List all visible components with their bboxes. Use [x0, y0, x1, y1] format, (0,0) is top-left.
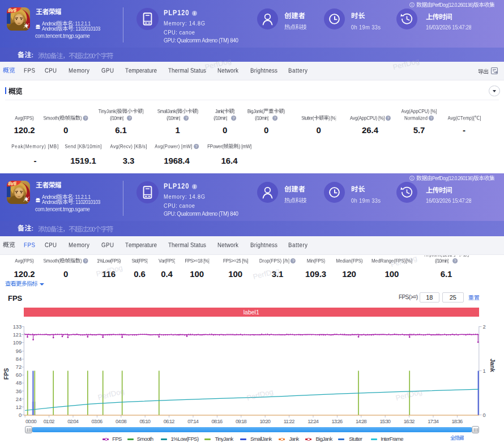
svg-text:09:18: 09:18 [236, 419, 247, 424]
svg-text:02:04: 02:04 [67, 419, 79, 424]
svg-text:01:02: 01:02 [44, 419, 55, 424]
svg-text:08:16: 08:16 [212, 419, 223, 424]
svg-text:Jank: Jank [489, 359, 496, 372]
svg-text:84: 84 [16, 356, 22, 362]
svg-text:0: 0 [483, 412, 486, 418]
svg-text:11:22: 11:22 [284, 419, 295, 424]
svg-text:17:34: 17:34 [428, 419, 439, 424]
svg-text:60: 60 [16, 372, 22, 378]
svg-text:14:28: 14:28 [356, 419, 367, 424]
svg-text:18:36: 18:36 [452, 419, 463, 424]
svg-text:5v5: 5v5 [8, 7, 16, 13]
svg-text:13:26: 13:26 [332, 419, 343, 424]
svg-text:05:10: 05:10 [139, 419, 151, 424]
svg-text:03:06: 03:06 [92, 419, 103, 424]
svg-text:FPS: FPS [3, 368, 10, 380]
svg-text:0: 0 [19, 412, 22, 418]
svg-text:5v5: 5v5 [8, 181, 16, 186]
svg-text:00:00: 00:00 [25, 419, 37, 424]
svg-text:15:30: 15:30 [379, 419, 391, 424]
svg-text:72: 72 [16, 364, 22, 370]
svg-text:06:12: 06:12 [164, 419, 175, 424]
svg-text:48: 48 [16, 380, 22, 386]
svg-text:10:20: 10:20 [259, 419, 271, 424]
svg-text:96: 96 [16, 348, 22, 354]
svg-text:12: 12 [16, 404, 22, 410]
svg-text:1: 1 [483, 368, 486, 374]
svg-text:24: 24 [16, 397, 22, 402]
svg-text:16:32: 16:32 [404, 419, 415, 424]
svg-text:36: 36 [16, 389, 22, 394]
svg-text:109: 109 [13, 340, 22, 346]
svg-text:121: 121 [13, 332, 22, 338]
svg-text:12:24: 12:24 [307, 419, 319, 424]
svg-text:07:14: 07:14 [187, 419, 199, 424]
svg-text:04:08: 04:08 [116, 419, 127, 424]
svg-text:2: 2 [483, 324, 486, 330]
svg-text:133: 133 [13, 324, 22, 330]
